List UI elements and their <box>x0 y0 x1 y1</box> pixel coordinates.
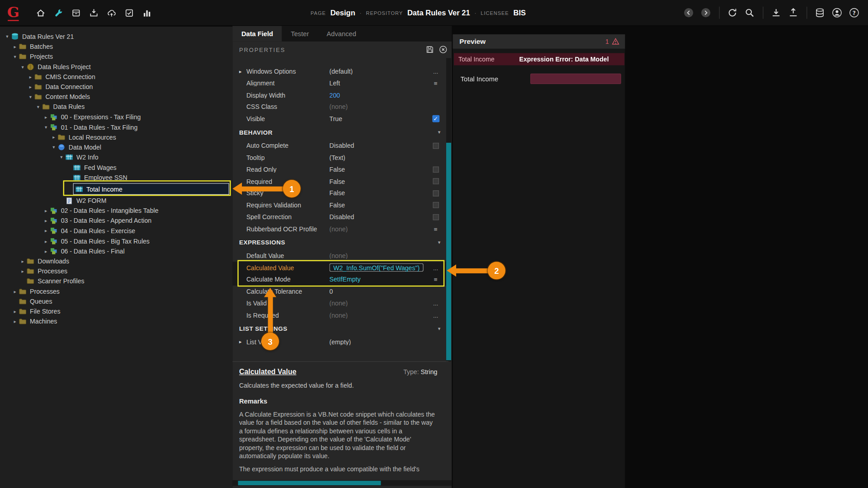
property-row[interactable]: Calculated ValueW2_Info.SumOf("Fed Wages… <box>232 262 447 273</box>
back-icon[interactable] <box>682 6 696 20</box>
collapse-chevron-icon[interactable]: ▾ <box>438 326 441 331</box>
expand-arrow-icon[interactable]: ▸ <box>42 238 50 244</box>
expand-arrow-icon[interactable]: ▸ <box>11 44 19 49</box>
search-icon[interactable] <box>743 6 757 20</box>
tree-item[interactable]: Queues <box>0 296 232 306</box>
tree-item[interactable]: ▸Local Resources <box>0 132 232 142</box>
property-value[interactable]: Left <box>330 80 429 87</box>
section-header[interactable]: BEHAVIOR▾ <box>232 125 447 140</box>
property-value[interactable]: False <box>330 202 429 209</box>
property-row[interactable]: StickyFalse <box>232 187 447 199</box>
horizontal-scrollbar[interactable] <box>232 480 452 486</box>
ellipsis-button[interactable]: ... <box>433 312 438 319</box>
property-row[interactable]: Display Width200 <box>232 89 447 101</box>
checkbox-checked[interactable]: ✓ <box>432 115 439 122</box>
expand-arrow-icon[interactable]: ▸ <box>11 289 19 294</box>
scrollbar-thumb[interactable] <box>238 481 381 485</box>
collapse-arrow-icon[interactable]: ▾ <box>27 94 34 99</box>
cloud-upload-icon[interactable] <box>104 5 119 20</box>
property-row[interactable]: VisibleTrue✓ <box>232 113 447 125</box>
tree-item[interactable]: ▾Data Rules Project <box>0 62 232 72</box>
repository-value[interactable]: Data Rules Ver 21 <box>407 9 470 17</box>
property-value[interactable]: (none) <box>330 225 429 232</box>
stats-icon[interactable] <box>140 5 155 20</box>
property-row[interactable]: Requires ValidationFalse <box>232 199 447 211</box>
property-row[interactable]: ▸List Values(empty) <box>232 336 447 348</box>
section-header[interactable]: LIST SETTINGS▾ <box>232 321 447 336</box>
expand-arrow-icon[interactable]: ▸ <box>42 228 50 234</box>
tree-item[interactable]: ▸Downloads <box>0 256 232 266</box>
ellipsis-button[interactable]: ... <box>433 300 438 307</box>
property-value[interactable]: (Text) <box>330 154 429 161</box>
property-row[interactable]: Tooltip(Text) <box>232 152 447 164</box>
tools-icon[interactable] <box>51 5 66 20</box>
tree-item[interactable]: ▾Data Rules <box>0 102 232 112</box>
preview-field-input[interactable] <box>530 74 621 84</box>
forward-icon[interactable] <box>699 6 713 20</box>
tree-item[interactable]: ▾W2 Info <box>0 152 232 162</box>
expand-arrow-icon[interactable]: ▸ <box>19 268 27 274</box>
tree-item[interactable]: Scanner Profiles <box>0 276 232 286</box>
batches-icon[interactable] <box>69 5 84 20</box>
close-circle-icon[interactable] <box>439 45 447 53</box>
tree-item[interactable]: ▾Content Models <box>0 92 232 102</box>
refresh-icon[interactable] <box>726 6 740 20</box>
upload-icon[interactable] <box>787 6 801 20</box>
property-value[interactable]: (empty) <box>330 339 429 346</box>
scrollbar-thumb[interactable] <box>446 143 451 360</box>
user-icon[interactable] <box>830 6 844 20</box>
expand-arrow-icon[interactable]: ▸ <box>27 84 34 89</box>
tree-item[interactable]: Fed Wages <box>0 162 232 172</box>
property-value[interactable]: (none) <box>330 103 429 110</box>
property-row[interactable]: ▸Windows Options(default)... <box>232 65 447 77</box>
tree-item[interactable]: ▾Data Model <box>0 142 232 152</box>
property-row[interactable]: Spell CorrectionDisabled <box>232 211 447 223</box>
app-logo[interactable]: G <box>0 5 27 21</box>
save-icon[interactable] <box>426 45 434 53</box>
tree-item[interactable]: ▸Batches <box>0 42 232 52</box>
checkbox-unchecked[interactable] <box>433 178 439 184</box>
menu-button[interactable]: ≡ <box>434 225 438 232</box>
expand-chevron-icon[interactable]: ▸ <box>239 69 246 74</box>
home-icon[interactable] <box>33 5 48 20</box>
tree-item[interactable]: Employee SSN <box>0 173 232 183</box>
property-row[interactable]: RequiredFalse <box>232 175 447 187</box>
property-value[interactable]: 200 <box>330 92 429 99</box>
property-value[interactable]: (none) <box>330 312 429 319</box>
tree-item[interactable]: ▸04 - Data Rules - Exercise <box>0 226 232 236</box>
tree-item[interactable]: ▾Data Rules Ver 21 <box>0 32 232 42</box>
property-value[interactable]: True <box>330 116 429 122</box>
property-value[interactable]: (default) <box>330 68 429 75</box>
collapse-arrow-icon[interactable]: ▾ <box>11 54 19 59</box>
preview-error-row[interactable]: Total Income Expression Error: Data Mode… <box>454 53 624 66</box>
tree-item[interactable]: ▸03 - Data Rules - Append Action <box>0 216 232 226</box>
tree-item[interactable]: ▸02 - Data Rules - Intangibles Table <box>0 206 232 216</box>
ellipsis-button[interactable]: ... <box>433 264 438 271</box>
collapse-arrow-icon[interactable]: ▾ <box>57 155 65 160</box>
property-value[interactable]: (none) <box>330 300 429 307</box>
checkbox-unchecked[interactable] <box>433 166 439 172</box>
tree-item[interactable]: ▾Projects <box>0 52 232 61</box>
property-row[interactable]: Calculate Tolerance0 <box>232 286 447 297</box>
expand-arrow-icon[interactable]: ▸ <box>11 319 19 324</box>
tab-data-field[interactable]: Data Field <box>232 26 282 42</box>
property-value[interactable]: W2_Info.SumOf("Fed Wages") <box>330 263 429 272</box>
property-value[interactable]: False <box>330 178 429 185</box>
ellipsis-button[interactable]: ... <box>433 68 438 75</box>
expand-arrow-icon[interactable]: ▸ <box>27 74 34 80</box>
property-row[interactable]: Calculate ModeSetIfEmpty≡ <box>232 274 447 286</box>
tree-item[interactable]: ▸Machines <box>0 316 232 326</box>
property-value[interactable]: 0 <box>330 288 429 295</box>
expand-arrow-icon[interactable]: ▸ <box>19 258 27 264</box>
property-value[interactable]: SetIfEmpty <box>330 276 429 283</box>
collapse-arrow-icon[interactable]: ▾ <box>34 104 42 110</box>
property-value[interactable]: False <box>330 190 429 197</box>
collapse-arrow-icon[interactable]: ▾ <box>50 145 57 150</box>
menu-button[interactable]: ≡ <box>434 276 438 283</box>
property-row[interactable]: CSS Class(none) <box>232 101 447 113</box>
expand-arrow-icon[interactable]: ▸ <box>50 135 57 140</box>
collapse-arrow-icon[interactable]: ▾ <box>3 34 11 39</box>
vertical-scrollbar[interactable] <box>446 58 451 361</box>
checkbox-unchecked[interactable] <box>433 202 439 208</box>
tree-item[interactable]: ▸06 - Data Rules - Final <box>0 246 232 256</box>
